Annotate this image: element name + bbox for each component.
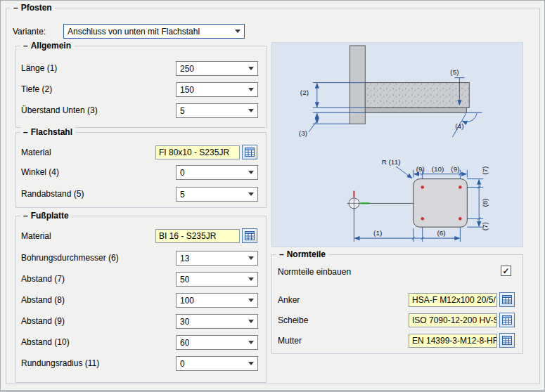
dim-label-6: (6) <box>437 229 445 237</box>
dim-label-4: (4) <box>455 122 463 130</box>
abstand7-combo[interactable]: 50 <box>176 272 258 287</box>
fussplatte-material-label: Material <box>21 231 51 241</box>
group-allgemein-title-text: Allgemein <box>31 41 71 51</box>
variante-value: Anschluss von unten mit Flachstahl <box>68 27 200 37</box>
fussplatte-material-field[interactable]: BI 16 - S235JR <box>155 229 240 243</box>
chevron-down-icon <box>248 299 254 302</box>
group-allgemein: –Allgemein Länge (1) 250 Tiefe (2) 150 Ü… <box>15 46 267 128</box>
tiefe-label: Tiefe (2) <box>21 84 52 94</box>
anker-label: Anker <box>278 295 300 305</box>
laenge-label: Länge (1) <box>21 63 57 73</box>
scheibe-catalog-button[interactable] <box>499 313 515 327</box>
scheibe-field[interactable]: ISO 7090-12-200 HV-S <box>409 313 497 327</box>
ueberstand-combo[interactable]: 5 <box>176 103 258 118</box>
catalog-table-icon <box>245 231 255 240</box>
rundungsradius-value: 0 <box>180 359 185 369</box>
chevron-down-icon <box>248 341 254 344</box>
catalog-table-icon <box>245 148 255 157</box>
flachstahl-material-label: Material <box>21 148 51 157</box>
group-pfosten-title-text: Pfosten <box>21 3 52 13</box>
post-shape <box>350 46 365 124</box>
flachstahl-material-catalog-button[interactable] <box>242 145 257 159</box>
preview-drawing: (2) (3) (5) (4) (9) (10) (9) (7) (8) (7)… <box>271 42 523 247</box>
randabstand-label: Randabstand (5) <box>21 189 84 199</box>
winkel-combo[interactable]: 0 <box>176 165 258 180</box>
bolt-hole <box>421 217 424 221</box>
group-normteile: –Normteile Normteile einbauen ✓ Anker HS… <box>271 254 523 354</box>
ueberstand-label: Überstand Unten (3) <box>21 105 98 115</box>
fussplatte-material-catalog-button[interactable] <box>242 228 257 243</box>
mutter-catalog-button[interactable] <box>499 333 515 348</box>
randabstand-value: 5 <box>180 190 185 200</box>
group-flachstahl-title: –Flachstahl <box>20 127 75 137</box>
dim-label-7b: (7) <box>481 222 489 230</box>
group-pfosten-title: –Pfosten <box>11 3 55 13</box>
post-axis-marker <box>347 191 413 211</box>
collapse-indicator[interactable]: – <box>23 211 28 221</box>
dim-label-10: (10) <box>432 165 444 173</box>
bohrungsdurchmesser-combo[interactable]: 13 <box>176 251 258 266</box>
variante-label: Variante: <box>13 27 46 37</box>
anker-value: HSA-F M12x100 20/5/ <box>412 295 496 305</box>
laenge-value: 250 <box>180 64 194 74</box>
beam-shape <box>365 83 469 113</box>
normteile-einbauen-label: Normteile einbauen <box>278 267 351 277</box>
base-plate-shape <box>413 179 467 228</box>
rundungsradius-combo[interactable]: 0 <box>176 356 258 371</box>
mutter-field[interactable]: EN 14399-3-M12-8-HR <box>409 334 497 348</box>
chevron-down-icon <box>248 277 254 281</box>
chevron-down-icon <box>248 67 254 70</box>
collapse-indicator[interactable]: – <box>23 41 28 51</box>
randabstand-combo[interactable]: 5 <box>176 187 258 202</box>
tiefe-combo[interactable]: 150 <box>176 82 258 97</box>
group-fussplatte-title-text: Fußplatte <box>31 211 69 221</box>
anker-catalog-button[interactable] <box>499 292 515 307</box>
abstand8-label: Abstand (8) <box>21 295 65 305</box>
checkmark-icon: ✓ <box>502 267 509 275</box>
abstand8-combo[interactable]: 100 <box>176 293 258 308</box>
chevron-down-icon <box>248 171 254 174</box>
dim-label-9a: (9) <box>416 165 425 173</box>
collapse-indicator[interactable]: – <box>13 3 18 13</box>
abstand10-combo[interactable]: 60 <box>176 335 258 350</box>
bohrungsdurchmesser-label: Bohrungsdurchmesser (6) <box>21 253 119 263</box>
fussplatte-material-value: BI 16 - S235JR <box>159 231 216 241</box>
dim-label-1: (1) <box>373 229 382 237</box>
group-fussplatte: –Fußplatte Material BI 16 - S235JR Bohru… <box>15 216 267 383</box>
collapse-indicator[interactable]: – <box>23 127 28 137</box>
laenge-combo[interactable]: 250 <box>176 61 258 76</box>
catalog-table-icon <box>502 295 512 304</box>
group-normteile-title: –Normteile <box>276 249 328 259</box>
dim-label-8: (8) <box>481 198 489 207</box>
dim-label-r11: R (11) <box>382 158 401 166</box>
bolt-hole <box>459 217 462 221</box>
normteile-einbauen-checkbox[interactable]: ✓ <box>501 266 511 276</box>
winkel-value: 0 <box>180 168 185 178</box>
mutter-label: Mutter <box>278 336 302 346</box>
scheibe-label: Scheibe <box>278 315 308 325</box>
group-flachstahl-title-text: Flachstahl <box>31 127 72 137</box>
tiefe-value: 150 <box>180 85 194 95</box>
chevron-down-icon <box>235 30 241 33</box>
group-flachstahl: –Flachstahl Material FI 80x10 - S235JR W… <box>15 132 267 208</box>
group-normteile-title-text: Normteile <box>287 249 326 259</box>
dim-label-3: (3) <box>299 129 307 137</box>
winkel-label: Winkel (4) <box>21 167 59 177</box>
bolt-hole <box>459 185 462 189</box>
dim-label-9b: (9) <box>451 165 459 173</box>
flachstahl-material-field[interactable]: FI 80x10 - S235JR <box>155 145 240 159</box>
scheibe-value: ISO 7090-12-200 HV-S <box>412 315 497 325</box>
variante-combo[interactable]: Anschluss von unten mit Flachstahl <box>63 24 245 39</box>
ueberstand-value: 5 <box>180 106 185 116</box>
abstand9-value: 30 <box>180 317 189 327</box>
dim-label-5: (5) <box>450 68 459 76</box>
flachstahl-material-value: FI 80x10 - S235JR <box>159 148 229 157</box>
group-allgemein-title: –Allgemein <box>20 41 74 51</box>
dim-label-7a: (7) <box>481 166 489 175</box>
anker-field[interactable]: HSA-F M12x100 20/5/ <box>409 293 497 307</box>
pfosten-dialog: –Pfosten Variante: Anschluss von unten m… <box>0 0 545 392</box>
abstand9-combo[interactable]: 30 <box>176 314 258 329</box>
chevron-down-icon <box>248 362 254 365</box>
collapse-indicator[interactable]: – <box>279 249 284 259</box>
catalog-table-icon <box>502 336 512 345</box>
